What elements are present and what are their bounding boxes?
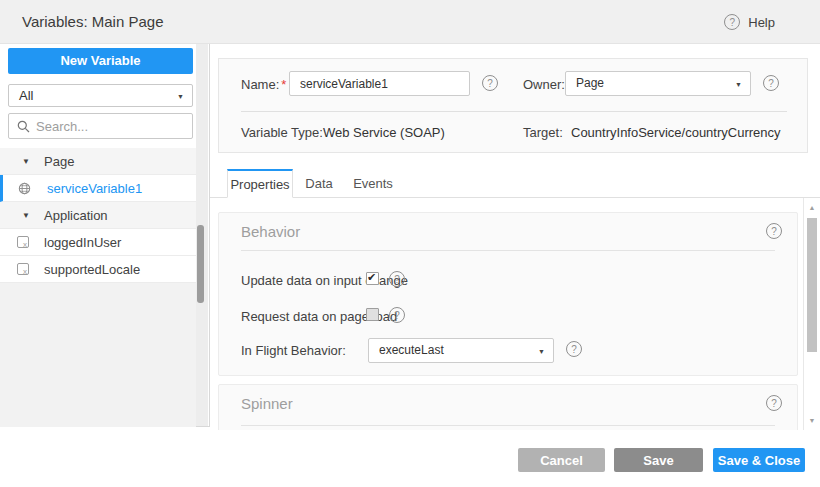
chevron-down-icon: ▼ xyxy=(177,85,184,106)
variables-dialog: Variables: Main Page ? Help New Variable… xyxy=(0,0,820,487)
sidebar-scrollbar-thumb[interactable] xyxy=(197,225,204,303)
behavior-help-icon[interactable]: ? xyxy=(766,223,782,239)
scroll-up-icon[interactable]: ▲ xyxy=(804,204,820,211)
search-box xyxy=(8,113,193,139)
page-title: Variables: Main Page xyxy=(22,0,163,44)
in-flight-behavior-value: executeLast xyxy=(379,343,444,357)
new-variable-button[interactable]: New Variable xyxy=(8,48,193,74)
save-and-close-button[interactable]: Save & Close xyxy=(713,448,805,472)
search-icon xyxy=(17,120,30,133)
save-button[interactable]: Save xyxy=(614,448,703,472)
request-data-checkbox[interactable]: ✔ xyxy=(366,308,379,321)
variable-type-value: Web Service (SOAP) xyxy=(323,125,445,140)
content-scrollbar[interactable]: ▲ ▼ xyxy=(803,198,819,430)
sidebar-scrollbar[interactable] xyxy=(196,44,208,426)
owner-select[interactable]: Page ▼ xyxy=(565,71,751,96)
help-link[interactable]: ? Help xyxy=(724,0,775,44)
owner-help-icon[interactable]: ? xyxy=(763,75,779,91)
tree-collapse-icon[interactable]: ▼ xyxy=(22,211,30,220)
update-data-checkbox[interactable]: ✔ xyxy=(366,272,379,285)
check-icon: ✔ xyxy=(367,271,376,284)
help-icon: ? xyxy=(724,14,740,30)
variable-icon: x xyxy=(17,236,30,249)
owner-value: Page xyxy=(576,76,604,90)
tree-item-label: supportedLocale xyxy=(44,262,140,277)
tree-item-label: serviceVariable1 xyxy=(47,181,142,196)
required-marker: * xyxy=(281,77,286,92)
name-help-icon[interactable]: ? xyxy=(482,75,498,91)
spinner-help-icon[interactable]: ? xyxy=(766,395,782,411)
update-data-help-icon[interactable]: ? xyxy=(389,271,405,287)
request-data-help-icon[interactable]: ? xyxy=(389,307,405,323)
tree-empty-area xyxy=(0,283,196,427)
cancel-button[interactable]: Cancel xyxy=(518,448,605,472)
web-service-icon xyxy=(18,182,31,195)
behavior-section: Behavior ? Update data on input change ✔… xyxy=(218,212,798,376)
tree-group-page[interactable]: ▼ Page xyxy=(0,148,196,175)
tree-item-supportedlocale[interactable]: x supportedLocale xyxy=(0,256,196,283)
panel-divider xyxy=(241,111,787,112)
tree-group-label: Application xyxy=(44,208,108,223)
variable-icon: x xyxy=(17,263,30,276)
tab-data[interactable]: Data xyxy=(293,169,345,198)
tree-item-loggedinuser[interactable]: x loggedInUser xyxy=(0,229,196,256)
tab-events[interactable]: Events xyxy=(345,169,401,198)
variable-filter-select[interactable]: All ▼ xyxy=(8,84,193,107)
spinner-section: Spinner ? xyxy=(218,384,798,430)
help-label: Help xyxy=(748,15,775,30)
tree-item-servicevariable1[interactable]: serviceVariable1 xyxy=(0,175,196,202)
spinner-section-title: Spinner xyxy=(241,395,293,412)
tree-group-application[interactable]: ▼ Application xyxy=(0,202,196,229)
tree-group-label: Page xyxy=(44,154,74,169)
in-flight-behavior-help-icon[interactable]: ? xyxy=(566,341,582,357)
target-value: CountryInfoService/countryCurrency xyxy=(571,125,781,140)
tree-item-label: loggedInUser xyxy=(44,235,121,250)
chevron-down-icon: ▼ xyxy=(735,72,742,95)
variables-sidebar: New Variable All ▼ ▼ Page xyxy=(0,44,210,427)
tree-collapse-icon[interactable]: ▼ xyxy=(22,157,30,166)
target-label: Target: xyxy=(523,125,563,140)
name-input[interactable] xyxy=(289,71,470,96)
chevron-down-icon: ▼ xyxy=(538,339,545,362)
variables-tree: ▼ Page serviceVariable1 ▼ Applicati xyxy=(0,148,196,283)
behavior-section-title: Behavior xyxy=(241,223,300,240)
in-flight-behavior-select[interactable]: executeLast ▼ xyxy=(368,338,554,363)
variable-summary-panel: Name:* ? Owner:* Page ▼ ? Variable Type:… xyxy=(218,58,808,153)
content-scrollbar-thumb[interactable] xyxy=(807,218,817,352)
name-label: Name:* xyxy=(241,77,286,92)
variable-type-label: Variable Type: xyxy=(241,125,323,140)
variable-filter-value: All xyxy=(19,88,33,103)
scroll-down-icon[interactable]: ▼ xyxy=(804,417,820,424)
section-divider xyxy=(241,425,775,426)
properties-tab-content: Behavior ? Update data on input change ✔… xyxy=(210,198,803,430)
section-divider xyxy=(241,250,775,251)
in-flight-behavior-label: In Flight Behavior: xyxy=(241,343,346,358)
tab-properties[interactable]: Properties xyxy=(227,169,293,198)
search-input[interactable] xyxy=(36,119,176,134)
update-data-label: Update data on input change xyxy=(241,273,408,288)
dialog-header: Variables: Main Page ? Help xyxy=(0,0,820,44)
